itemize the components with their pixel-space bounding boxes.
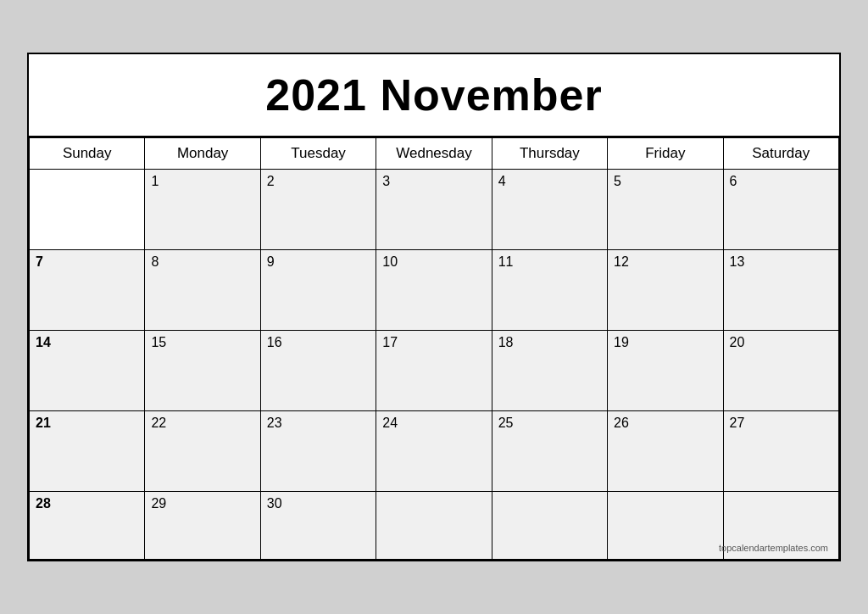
calendar-day-cell: 17 — [376, 331, 492, 411]
calendar-title: 2021 November — [29, 54, 839, 137]
day-number: 27 — [730, 416, 745, 430]
day-number: 22 — [151, 416, 166, 430]
watermark: topcalendartemplates.com — [719, 540, 833, 555]
calendar-day-cell — [376, 492, 492, 560]
calendar-day-cell: 25 — [492, 411, 607, 492]
day-number: 13 — [730, 254, 745, 269]
day-of-week-header: Thursday — [492, 138, 607, 170]
calendar-day-cell: 26 — [608, 411, 723, 492]
day-number: 7 — [36, 254, 43, 269]
day-number: 10 — [382, 254, 398, 269]
calendar-day-cell — [30, 170, 145, 250]
calendar-day-cell: 16 — [260, 331, 376, 411]
calendar-day-cell: 29 — [145, 492, 260, 560]
calendar-day-cell: 6 — [723, 170, 838, 250]
day-of-week-header: Tuesday — [260, 138, 376, 170]
day-number: 25 — [498, 416, 514, 430]
day-number: 1 — [151, 174, 159, 188]
day-number: 24 — [382, 416, 398, 430]
day-number: 8 — [151, 254, 159, 269]
day-number: 17 — [382, 335, 398, 349]
calendar-day-cell: 9 — [260, 250, 376, 331]
day-number: 4 — [498, 174, 506, 188]
calendar-day-cell: 4 — [492, 170, 607, 250]
calendar-day-cell: 13 — [723, 250, 838, 331]
calendar-container: 2021 November SundayMondayTuesdayWednesd… — [27, 53, 841, 561]
day-number: 11 — [498, 254, 514, 269]
day-number: 16 — [267, 335, 282, 349]
calendar-week-row: 78910111213 — [30, 250, 839, 331]
day-number: 12 — [614, 254, 629, 269]
calendar-day-cell: 5 — [608, 170, 723, 250]
calendar-day-cell: 18 — [492, 331, 607, 411]
calendar-day-cell: 28 — [30, 492, 145, 560]
day-number: 30 — [267, 496, 282, 511]
calendar-week-row: 282930topcalendartemplates.com — [30, 492, 839, 560]
calendar-day-cell: 30 — [260, 492, 376, 560]
calendar-day-cell — [608, 492, 723, 560]
calendar-day-cell: 19 — [608, 331, 723, 411]
calendar-grid: SundayMondayTuesdayWednesdayThursdayFrid… — [29, 137, 839, 560]
calendar-day-cell: 27 — [723, 411, 838, 492]
calendar-day-cell: 12 — [608, 250, 723, 331]
calendar-day-cell: 23 — [260, 411, 376, 492]
calendar-day-cell: 1 — [145, 170, 260, 250]
day-of-week-header: Monday — [145, 138, 260, 170]
calendar-day-cell: 7 — [30, 250, 145, 331]
calendar-week-row: 14151617181920 — [30, 331, 839, 411]
day-number: 19 — [614, 335, 629, 349]
calendar-day-cell: 20 — [723, 331, 838, 411]
calendar-day-cell — [492, 492, 607, 560]
day-number: 6 — [730, 174, 737, 188]
day-number: 29 — [151, 496, 166, 511]
days-of-week-row: SundayMondayTuesdayWednesdayThursdayFrid… — [30, 138, 839, 170]
calendar-week-row: 21222324252627 — [30, 411, 839, 492]
calendar-day-cell: 2 — [260, 170, 376, 250]
day-number: 20 — [730, 335, 745, 349]
calendar-day-cell: 21 — [30, 411, 145, 492]
day-number: 5 — [614, 174, 621, 188]
calendar-day-cell: 15 — [145, 331, 260, 411]
day-number: 21 — [36, 416, 51, 430]
calendar-day-cell: topcalendartemplates.com — [723, 492, 838, 560]
day-number: 14 — [36, 335, 51, 349]
day-number: 9 — [267, 254, 275, 269]
day-number: 26 — [614, 416, 629, 430]
day-number: 18 — [498, 335, 514, 349]
calendar-day-cell: 3 — [376, 170, 492, 250]
calendar-day-cell: 22 — [145, 411, 260, 492]
calendar-week-row: 123456 — [30, 170, 839, 250]
calendar-day-cell: 11 — [492, 250, 607, 331]
day-of-week-header: Wednesday — [376, 138, 492, 170]
day-of-week-header: Friday — [608, 138, 723, 170]
day-of-week-header: Sunday — [30, 138, 145, 170]
day-of-week-header: Saturday — [723, 138, 838, 170]
calendar-day-cell: 24 — [376, 411, 492, 492]
day-number: 2 — [267, 174, 275, 188]
calendar-day-cell: 14 — [30, 331, 145, 411]
calendar-day-cell: 10 — [376, 250, 492, 331]
day-number: 15 — [151, 335, 166, 349]
day-number: 3 — [382, 174, 390, 188]
calendar-day-cell: 8 — [145, 250, 260, 331]
day-number: 28 — [36, 496, 51, 511]
day-number: 23 — [267, 416, 282, 430]
